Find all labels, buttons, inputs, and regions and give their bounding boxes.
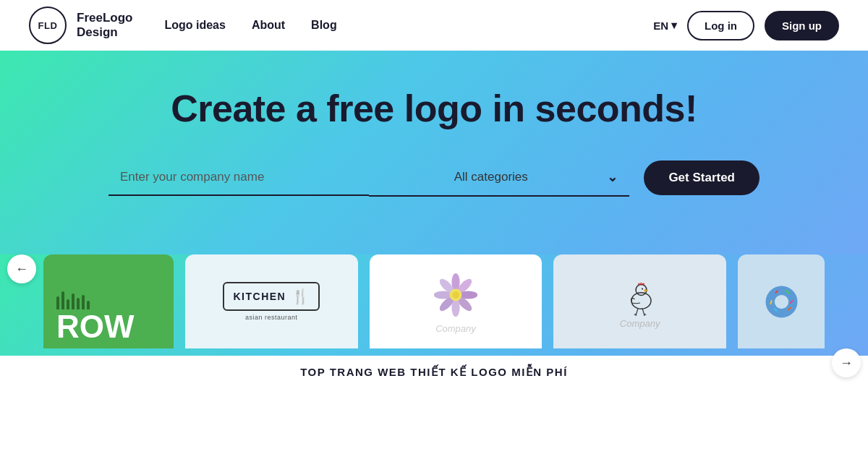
chicken-company-label: Company [620,318,660,329]
flower-content: Company [430,270,481,334]
kitchen-sub: asian restaurant [245,314,298,321]
svg-point-21 [774,294,788,308]
bottom-banner-text: TOP TRANG WEB THIẾT KẾ LOGO MIỄN PHÍ [300,366,568,378]
logo-text: FreeLogo Design [77,11,132,40]
next-card-button[interactable]: → [832,348,861,377]
donut-icon [762,282,801,322]
hero-section: Create a free logo in seconds! All categ… [0,51,868,254]
cards-wrapper: ← ROW [0,254,868,356]
nav-logo-ideas[interactable]: Logo ideas [164,19,225,32]
kitchen-content: KITCHEN 🍴 asian restaurant [223,282,320,321]
navbar: FLD FreeLogo Design Logo ideas About Blo… [0,0,868,51]
svg-line-19 [644,314,644,316]
card-donut [738,254,825,348]
logo-cards-section: ← ROW [0,254,868,356]
svg-line-24 [770,301,771,304]
card-chicken: Company [553,254,726,348]
chicken-content: Company [618,275,662,329]
prev-card-button[interactable]: ← [7,254,36,283]
card-kitchen: KITCHEN 🍴 asian restaurant [185,254,358,348]
cards-container: ROW KITCHEN 🍴 asian restaurant [0,254,868,348]
category-select[interactable]: All categories ⌄ [369,159,629,197]
nav-about[interactable]: About [252,19,285,32]
signup-button[interactable]: Sign up [765,11,839,40]
left-arrow-icon: ← [15,262,28,277]
kitchen-title: KITCHEN [233,291,286,302]
svg-point-9 [452,291,459,299]
main-nav: Logo ideas About Blog [164,19,336,32]
category-select-text: All categories [380,170,601,184]
chevron-down-icon: ▾ [671,19,677,32]
grow-text: ROW [56,311,135,343]
card-flower: Company [370,254,542,348]
login-button[interactable]: Log in [687,11,754,40]
chicken-icon [618,275,662,318]
hero-title: Create a free logo in seconds! [29,87,839,130]
spatula-icon: 🍴 [292,288,310,305]
flower-icon [430,270,481,320]
flower-company-label: Company [435,323,476,334]
get-started-button[interactable]: Get Started [644,160,760,195]
logo-icon: FLD [29,7,67,44]
svg-line-14 [636,308,637,314]
svg-point-13 [642,288,643,289]
company-name-input[interactable] [109,160,369,196]
nav-blog[interactable]: Blog [311,19,337,32]
chevron-down-icon: ⌄ [607,169,618,185]
language-button[interactable]: EN ▾ [653,19,677,32]
bottom-banner: TOP TRANG WEB THIẾT KẾ LOGO MIỄN PHÍ [0,356,868,389]
svg-line-17 [636,314,637,316]
card-grow: ROW [43,254,174,348]
svg-marker-12 [644,289,648,291]
navbar-right: EN ▾ Log in Sign up [653,11,839,40]
right-arrow-icon: → [840,356,853,371]
hero-form: All categories ⌄ Get Started [109,159,760,197]
navbar-left: FLD FreeLogo Design Logo ideas About Blo… [29,7,337,44]
